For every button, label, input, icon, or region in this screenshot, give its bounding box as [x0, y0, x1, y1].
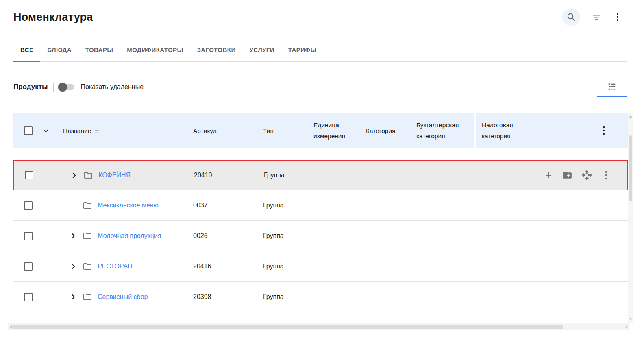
plus-icon [544, 170, 553, 180]
tab-modifiers[interactable]: МОДИФИКАТОРЫ [120, 39, 190, 62]
show-deleted-toggle[interactable] [59, 84, 74, 90]
toggle-knob [58, 83, 67, 92]
header-name[interactable]: Название [63, 125, 193, 136]
minus-icon [61, 87, 65, 87]
page-title: Номенклатура [13, 11, 93, 24]
more-vertical-icon [599, 125, 609, 136]
sort-icon [95, 128, 101, 133]
more-menu-button[interactable] [613, 12, 622, 22]
scroll-down-arrow-icon[interactable] [629, 318, 632, 320]
vertical-scrollbar[interactable] [628, 113, 633, 323]
top-actions [562, 8, 622, 26]
expand-chevron-icon[interactable] [70, 172, 78, 179]
column-label-accounting-category: Бухгалтерская категория [416, 120, 474, 142]
type-cell: Группа [263, 263, 313, 270]
filter-bar: Продукты Показать удаленные [13, 77, 627, 97]
table-row: РЕСТОРАН 20416 Группа [13, 251, 628, 282]
more-vertical-icon [601, 170, 611, 181]
header-actions-cell [539, 125, 628, 136]
row-checkbox[interactable] [24, 262, 33, 271]
table-header: Название Артикул Тип Единица измерения К… [13, 113, 628, 148]
view-mode-button[interactable] [597, 77, 627, 97]
scroll-up-arrow-icon[interactable] [629, 115, 632, 118]
row-checkbox[interactable] [24, 232, 33, 240]
row-menu-button[interactable] [601, 170, 611, 181]
tab-preparations[interactable]: ЗАГОТОВКИ [190, 39, 243, 62]
item-name-link[interactable]: КОФЕЙНЯ [98, 172, 131, 179]
more-vertical-icon [613, 12, 622, 22]
column-label-category: Категория [366, 125, 416, 136]
move-button[interactable] [581, 170, 592, 181]
folder-icon [83, 170, 93, 180]
section-label: Продукты [13, 83, 48, 91]
nomenclature-table: Название Артикул Тип Единица измерения К… [13, 113, 628, 312]
add-item-button[interactable] [544, 170, 553, 180]
add-folder-icon [562, 170, 572, 180]
select-all-checkbox[interactable] [24, 126, 33, 135]
vertical-scrollbar-thumb[interactable] [629, 135, 632, 201]
item-name-link[interactable]: РЕСТОРАН [98, 263, 133, 270]
article-cell: 20416 [193, 263, 263, 270]
tab-tariffs[interactable]: ТАРИФЫ [281, 39, 324, 62]
column-label-name: Название [63, 125, 91, 136]
table-row: Сервисный сбор 20398 Группа [13, 282, 628, 312]
folder-icon [83, 262, 92, 271]
tab-all[interactable]: ВСЕ [13, 39, 40, 62]
row-checkbox[interactable] [24, 201, 33, 210]
table-gap [13, 148, 628, 160]
column-label-type: Тип [263, 125, 313, 136]
tree-list-icon [607, 82, 616, 91]
folder-icon [83, 292, 92, 302]
show-deleted-label: Показать удаленные [81, 83, 144, 91]
type-cell: Группа [263, 232, 313, 240]
header-select-cell [13, 126, 63, 135]
tab-goods[interactable]: ТОВАРЫ [78, 39, 120, 62]
horizontal-scrollbar[interactable] [8, 323, 629, 330]
add-folder-button[interactable] [562, 170, 572, 180]
columns-menu-button[interactable] [599, 125, 609, 136]
column-label-article: Артикул [193, 125, 263, 136]
top-bar: Номенклатура [0, 0, 644, 34]
article-cell: 0026 [193, 232, 263, 240]
table-row-highlighted: КОФЕЙНЯ 20410 Группа [13, 160, 628, 190]
folder-icon [83, 231, 92, 241]
filter-icon [592, 12, 601, 22]
row-checkbox[interactable] [24, 293, 33, 301]
search-icon [566, 12, 576, 22]
search-button[interactable] [562, 8, 580, 26]
article-cell: 20398 [193, 293, 263, 301]
expand-chevron-icon[interactable] [70, 263, 77, 270]
scroll-right-arrow-icon[interactable] [626, 325, 628, 329]
type-cell: Группа [263, 202, 313, 209]
article-cell: 20410 [194, 172, 264, 179]
chevron-down-icon[interactable] [42, 127, 49, 134]
tab-services[interactable]: УСЛУГИ [243, 39, 281, 62]
column-label-tax-category: Налоговая категория [474, 113, 539, 148]
expand-chevron-icon[interactable] [70, 232, 77, 240]
table-row: Молочная продукция 0026 Группа [13, 221, 628, 251]
type-cell: Группа [264, 172, 314, 179]
horizontal-scrollbar-thumb[interactable] [12, 325, 564, 329]
item-name-link[interactable]: Молочная продукция [98, 232, 161, 240]
divider [53, 83, 54, 92]
folder-icon [83, 201, 92, 210]
type-cell: Группа [263, 293, 313, 301]
nomenclature-page: Номенклатура ВСЕ БЛЮДА ТОВАРЫ МОДИФ [0, 0, 644, 338]
tab-bar: ВСЕ БЛЮДА ТОВАРЫ МОДИФИКАТОРЫ ЗАГОТОВКИ … [13, 39, 627, 62]
column-label-unit: Единица измерения [313, 120, 366, 142]
row-actions [544, 170, 627, 181]
scroll-left-arrow-icon[interactable] [9, 325, 12, 329]
move-icon [581, 170, 592, 181]
table-row: Мексиканское меню 0037 Группа [13, 190, 628, 221]
tab-dishes[interactable]: БЛЮДА [40, 39, 78, 62]
expand-chevron-icon[interactable] [70, 293, 77, 301]
expander-placeholder [70, 202, 77, 209]
filter-button[interactable] [592, 12, 601, 22]
item-name-link[interactable]: Сервисный сбор [98, 293, 148, 301]
article-cell: 0037 [193, 202, 263, 209]
row-checkbox[interactable] [25, 171, 33, 179]
item-name-link[interactable]: Мексиканское меню [98, 202, 159, 209]
